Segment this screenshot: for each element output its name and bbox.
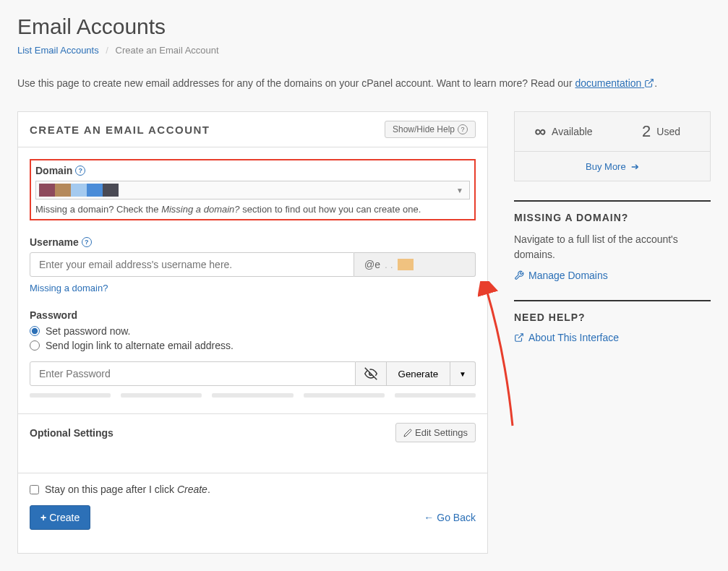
domain-section-highlight: Domain ? ▼ Missing a domain? Check the M…: [30, 159, 476, 220]
about-interface-link[interactable]: About This Interface: [514, 332, 711, 343]
password-section: Password Set password now. Send login li…: [30, 309, 476, 398]
documentation-link[interactable]: documentation: [575, 77, 654, 89]
radio-send-link-input[interactable]: [30, 340, 40, 351]
go-back-link[interactable]: ← Go Back: [424, 512, 476, 523]
manage-domains-link[interactable]: Manage Domains: [514, 270, 711, 281]
password-strength-meter: [30, 393, 476, 398]
username-help-icon[interactable]: ?: [82, 237, 92, 247]
arrow-left-icon: ←: [424, 512, 434, 523]
arrow-circle-right-icon: ➔: [628, 161, 639, 172]
create-button[interactable]: + Create: [30, 505, 90, 530]
breadcrumb-current: Create an Email Account: [116, 45, 219, 56]
breadcrumb-separator: /: [106, 45, 108, 56]
chevron-down-icon: ▼: [459, 370, 466, 378]
wrench-icon: [514, 270, 524, 280]
missing-domain-title: MISSING A DOMAIN?: [514, 200, 711, 223]
stat-used: 2 Used: [612, 112, 710, 151]
stay-on-page-row[interactable]: Stay on this page after I click Create.: [30, 484, 476, 495]
external-link-icon: [644, 77, 654, 93]
eye-off-icon: [364, 367, 377, 380]
missing-domain-section: MISSING A DOMAIN? Navigate to a full lis…: [514, 200, 711, 281]
missing-domain-link[interactable]: Missing a domain?: [30, 283, 108, 293]
create-account-panel: CREATE AN EMAIL ACCOUNT Show/Hide Help ?…: [17, 111, 488, 554]
intro-text: Use this page to create new email addres…: [17, 76, 711, 93]
domain-help-icon[interactable]: ?: [75, 166, 85, 176]
pencil-icon: [403, 429, 412, 437]
buy-more-link[interactable]: Buy More ➔: [586, 161, 639, 172]
buy-more-row: Buy More ➔: [515, 151, 710, 181]
need-help-title: NEED HELP?: [514, 300, 711, 323]
optional-settings-header: Optional Settings Edit Settings: [18, 413, 487, 451]
domain-value-redacted: [39, 184, 119, 197]
optional-settings-title: Optional Settings: [30, 427, 114, 439]
breadcrumb-link[interactable]: List Email Accounts: [17, 45, 99, 56]
stat-available: ∞ Available: [515, 112, 612, 151]
generate-dropdown-button[interactable]: ▼: [450, 361, 476, 386]
username-section: Username ? @e . . Missing a domain?: [30, 236, 476, 293]
toggle-visibility-button[interactable]: [356, 361, 387, 386]
breadcrumb: List Email Accounts / Create an Email Ac…: [17, 45, 711, 56]
username-label: Username ?: [30, 236, 476, 248]
generate-password-button[interactable]: Generate: [387, 361, 451, 386]
panel-footer: Stay on this page after I click Create. …: [18, 473, 487, 541]
username-input[interactable]: [30, 252, 354, 277]
panel-title: CREATE AN EMAIL ACCOUNT: [30, 124, 210, 136]
username-domain-addon: @e . .: [354, 252, 476, 277]
page-title: Email Accounts: [17, 14, 711, 39]
domain-hint: Missing a domain? Check the Missing a do…: [35, 204, 470, 215]
show-hide-help-button[interactable]: Show/Hide Help ?: [385, 121, 476, 138]
addon-redacted: [398, 259, 414, 270]
plus-icon: +: [40, 512, 46, 523]
need-help-section: NEED HELP? About This Interface: [514, 300, 711, 343]
radio-send-link[interactable]: Send login link to alternate email addre…: [30, 340, 476, 351]
svg-line-1: [518, 334, 523, 338]
stats-box: ∞ Available 2 Used Buy More ➔: [514, 111, 711, 181]
missing-domain-text: Navigate to a full list of the account's…: [514, 232, 711, 262]
chevron-down-icon: ▼: [456, 186, 466, 194]
help-icon: ?: [458, 124, 468, 134]
svg-line-0: [648, 80, 653, 84]
radio-set-now-input[interactable]: [30, 326, 40, 336]
radio-set-now[interactable]: Set password now.: [30, 325, 476, 337]
stay-checkbox[interactable]: [30, 485, 39, 494]
password-label: Password: [30, 309, 476, 321]
edit-settings-button[interactable]: Edit Settings: [395, 423, 476, 442]
domain-select[interactable]: ▼: [35, 181, 470, 199]
infinity-icon: ∞: [534, 122, 546, 141]
domain-label: Domain ?: [35, 165, 470, 176]
password-input[interactable]: [30, 361, 356, 386]
external-link-icon: [514, 332, 524, 343]
